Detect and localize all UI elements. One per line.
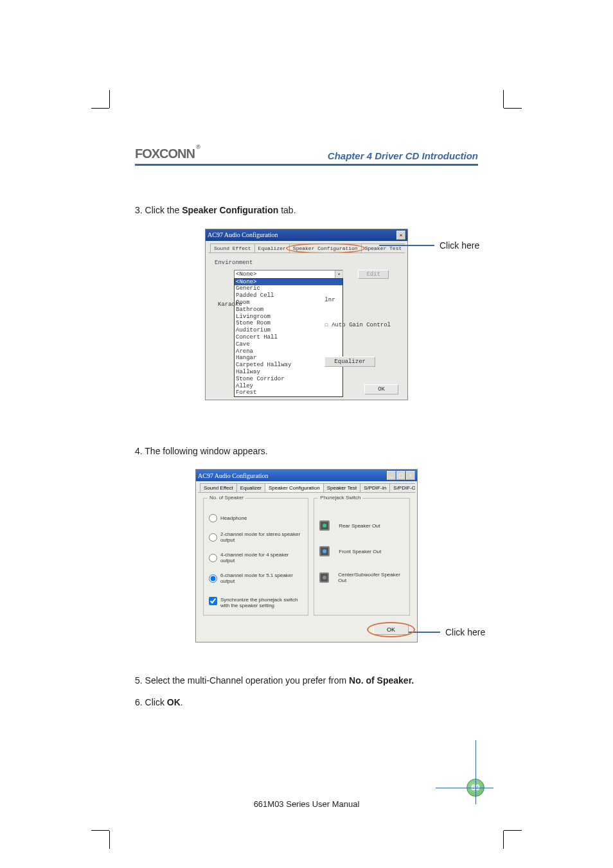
- dialog-body: Environment <None> ▾ Edit <None> Generic…: [208, 253, 405, 382]
- environment-label: Environment: [215, 260, 398, 266]
- tab-spdif-in[interactable]: S/PDIF-In: [360, 483, 390, 492]
- dropdown-arrow-icon[interactable]: ▾: [335, 270, 342, 278]
- jack-icon: [319, 520, 330, 531]
- window-title: AC97 Audio Configuration: [208, 231, 278, 238]
- env-option[interactable]: Hallway: [235, 369, 342, 376]
- phonejack-legend: Phonejack Switch: [318, 495, 362, 500]
- env-option[interactable]: Stone Corridor: [235, 376, 342, 383]
- karaoke-label: Karaoke: [218, 301, 242, 308]
- titlebar: AC97 Audio Configuration ×: [206, 229, 407, 241]
- tab-row: Sound EffectEqualizerSpeaker Configurati…: [208, 244, 405, 253]
- crop-mark: [504, 108, 522, 109]
- page-header: FOXCONN Chapter 4 Driver CD Introduction: [135, 146, 478, 166]
- environment-combobox[interactable]: <None> ▾: [234, 270, 343, 279]
- titlebar: AC97 Audio Configuration _ ▢ ×: [196, 470, 417, 481]
- callout-line: [379, 245, 434, 246]
- jack-icon: [319, 546, 330, 556]
- close-icon[interactable]: ×: [396, 231, 405, 240]
- ac97-dialog-2: AC97 Audio Configuration _ ▢ × Sound Eff…: [195, 469, 418, 642]
- auto-gain-label: Auto Gain Control: [332, 322, 391, 328]
- check-label: Synchronize the phonejack switch with th…: [220, 597, 303, 608]
- crop-mark: [503, 831, 504, 849]
- jack-label: Rear Speaker Out: [339, 523, 380, 529]
- callout-text: Click here: [440, 627, 485, 637]
- no-of-speaker-fieldset: No. of Speaker Headphone 2-channel mode …: [203, 498, 308, 616]
- chapter-title: Chapter 4 Driver CD Introduction: [328, 150, 478, 161]
- step-3-prefix: 3. Click the: [135, 205, 182, 215]
- page-footer: 661M03 Series User Manual 69: [109, 798, 504, 810]
- ac97-dialog-1: AC97 Audio Configuration × Sound EffectE…: [205, 229, 408, 400]
- callout-text: Click here: [434, 240, 479, 251]
- callout-2: Click here: [402, 627, 485, 637]
- tab-equalizer[interactable]: Equalizer: [236, 483, 265, 492]
- step-6-text: 6. Click OK.: [135, 696, 478, 709]
- badge-line-h: [436, 788, 493, 788]
- tab-speaker-config[interactable]: Speaker Configuration: [289, 244, 362, 252]
- tab-sound-effect[interactable]: Sound Effect: [210, 244, 255, 252]
- maximize-icon[interactable]: ▢: [396, 471, 405, 480]
- equalizer-button[interactable]: Equalizer: [324, 357, 375, 367]
- crop-mark: [91, 830, 109, 831]
- step-5-text: 5. Select the multi-Channel operation yo…: [135, 675, 478, 687]
- step-3-text: 3. Click the Speaker Configuration tab.: [135, 204, 478, 217]
- foxconn-logo: FOXCONN: [135, 146, 195, 161]
- minimize-icon[interactable]: _: [387, 471, 396, 480]
- tab-equalizer[interactable]: Equalizer: [254, 244, 290, 252]
- radio-label: 4-channel mode for 4 speaker output: [220, 552, 303, 563]
- step-4-text: 4. The following window appears.: [135, 445, 478, 458]
- step-3-bold: Speaker Configuration: [182, 205, 278, 215]
- jack-icon: [319, 572, 329, 583]
- tab-row: Sound EffectEqualizerSpeaker Configurati…: [198, 483, 415, 493]
- environment-selected: <None>: [236, 271, 256, 278]
- env-option[interactable]: Forest: [235, 389, 342, 396]
- step-6-prefix: 6. Click: [135, 697, 167, 707]
- radio-6ch[interactable]: 6-channel mode for 5.1 speaker output: [209, 572, 303, 584]
- callout-1: Click here: [379, 240, 479, 251]
- ok-row: OK: [198, 621, 415, 640]
- crop-mark: [109, 90, 110, 108]
- auto-gain-checkbox[interactable]: ☐ Auto Gain Control: [324, 321, 391, 328]
- env-option[interactable]: Alley: [235, 383, 342, 390]
- figure-1: AC97 Audio Configuration × Sound EffectE…: [135, 229, 478, 400]
- radio-4ch[interactable]: 4-channel mode for 4 speaker output: [209, 552, 303, 563]
- step-5-bold: No. of Speaker.: [349, 675, 414, 686]
- jack-rear: Rear Speaker Out: [319, 520, 404, 531]
- close-icon[interactable]: ×: [406, 471, 415, 480]
- dialog-right-pane: lnr ☐ Auto Gain Control Equalizer: [324, 297, 391, 367]
- radio-2ch[interactable]: 2-channel mode for stereo speaker output: [209, 531, 303, 543]
- jack-label: Front Speaker Out: [339, 549, 381, 554]
- window-controls: _ ▢ ×: [387, 471, 415, 480]
- tab-speaker-config[interactable]: Speaker Configuration: [265, 483, 324, 492]
- crop-mark: [109, 831, 110, 849]
- jack-center: Center/Subwoofer Speaker Out: [319, 572, 404, 583]
- step-6-suffix: .: [181, 697, 183, 707]
- step-3-suffix: tab.: [278, 205, 296, 215]
- window-title: AC97 Audio Configuration: [198, 472, 268, 479]
- crop-mark: [504, 830, 522, 831]
- crop-mark: [503, 90, 504, 108]
- jack-front: Front Speaker Out: [319, 546, 404, 556]
- sync-checkbox[interactable]: Synchronize the phonejack switch with th…: [209, 597, 303, 608]
- figure-2: AC97 Audio Configuration _ ▢ × Sound Eff…: [135, 469, 478, 642]
- radio-headphone[interactable]: Headphone: [209, 514, 303, 522]
- tab-sound-effect[interactable]: Sound Effect: [200, 483, 237, 492]
- ok-button-wrap: OK: [373, 624, 409, 635]
- lnr-label: lnr: [324, 297, 391, 303]
- tab-spdif-out[interactable]: S/PDIF-Out: [389, 483, 415, 492]
- radio-label: 6-channel mode for 5.1 speaker output: [220, 572, 303, 584]
- tab-speaker-test[interactable]: Speaker Test: [323, 483, 361, 492]
- env-option[interactable]: Generic: [235, 285, 342, 292]
- page-content: FOXCONN Chapter 4 Driver CD Introduction…: [109, 108, 504, 828]
- no-of-speaker-legend: No. of Speaker: [208, 495, 245, 500]
- phonejack-fieldset: Phonejack Switch Rear Speaker Out Front …: [314, 498, 410, 616]
- radio-label: Headphone: [220, 515, 247, 521]
- edit-button: Edit: [358, 270, 389, 279]
- step-5-prefix: 5. Select the multi-Channel operation yo…: [135, 675, 349, 686]
- radio-label: 2-channel mode for stereo speaker output: [220, 531, 303, 543]
- env-option[interactable]: <None>: [235, 279, 342, 286]
- step-6-bold: OK: [167, 697, 181, 707]
- tab-speaker-config-label: Speaker Configuration: [293, 245, 358, 251]
- badge-line-v: [475, 740, 476, 804]
- jack-label: Center/Subwoofer Speaker Out: [338, 572, 404, 583]
- ok-button[interactable]: OK: [373, 624, 409, 635]
